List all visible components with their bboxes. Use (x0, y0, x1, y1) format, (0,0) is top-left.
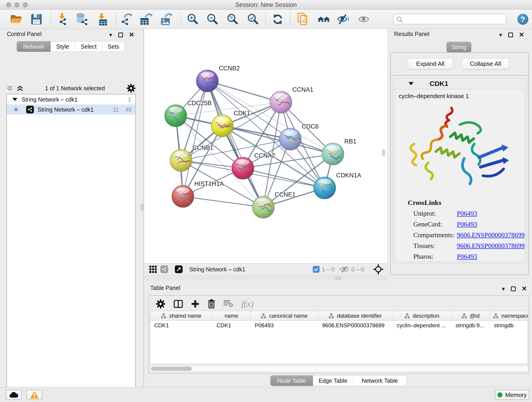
tab-node-table[interactable]: Node Table (270, 375, 313, 386)
import-network-file-button[interactable] (56, 12, 69, 26)
refresh-view-button[interactable] (271, 12, 285, 26)
table-cell[interactable]: 9606.ENSP00000378699 (318, 321, 393, 330)
tab-sets[interactable]: Sets (103, 41, 125, 52)
network-node-cdc25b[interactable] (165, 105, 187, 128)
detach-view-icon[interactable] (175, 265, 183, 273)
panel-float-icon[interactable] (118, 32, 123, 37)
tab-edge-table[interactable]: Edge Table (313, 375, 353, 386)
birds-eye-grid-icon[interactable] (149, 266, 157, 273)
table-row[interactable]: CDK1CDK1P064939606.ENSP00000378699cyclin… (150, 321, 528, 330)
right-splitter-handle[interactable] (382, 149, 385, 156)
help-button[interactable]: ? (517, 14, 528, 25)
table-options-gear-icon[interactable] (156, 299, 165, 309)
import-network-database-button[interactable] (75, 12, 89, 26)
table-cell[interactable]: stringdb (490, 321, 528, 330)
tab-string[interactable]: String (447, 42, 471, 52)
tab-network-table[interactable]: Network Table (353, 375, 406, 386)
network-tree: String Network – cdk1 1 String Network –… (6, 94, 136, 402)
panel-collapse-icon[interactable]: ▾ (109, 32, 112, 38)
network-node-hist1h1a[interactable] (172, 185, 195, 207)
network-canvas[interactable]: CCNB2CCNA1CDC25BCDK1CDC6RB1CCNB1CCNA2CDK… (144, 29, 387, 263)
table-cell[interactable]: cyclin–dependent ... (393, 321, 451, 330)
scrollbar-thumb[interactable] (151, 367, 192, 371)
collapse-all-icon[interactable] (6, 85, 13, 91)
tab-network[interactable]: Network (17, 41, 51, 52)
column-header-database-identifier[interactable]: database identifier (318, 311, 393, 320)
delete-table-icon[interactable] (224, 300, 233, 308)
network-options-gear-icon[interactable] (127, 84, 136, 93)
column-header--id[interactable]: @id (451, 311, 490, 320)
network-node-cdc6[interactable] (279, 128, 301, 150)
panel-close-icon[interactable]: ✕ (129, 32, 134, 38)
network-row[interactable]: String Network – cdk1 11 48 (7, 104, 135, 115)
panel-close-icon[interactable]: ✕ (519, 32, 524, 38)
panel-float-icon[interactable] (511, 287, 516, 291)
crosslink-link[interactable]: P06493 (457, 220, 477, 228)
zoom-fit-button[interactable] (226, 12, 239, 26)
protein-section-header[interactable]: CDK1 (393, 79, 527, 89)
show-all-button[interactable] (357, 12, 370, 26)
network-node-rb1[interactable] (322, 143, 344, 165)
network-node-ccna1[interactable] (270, 91, 292, 113)
collapse-all-button[interactable]: Collapse All (462, 58, 509, 69)
hide-selected-button[interactable] (337, 12, 351, 26)
section-expander-icon[interactable] (409, 82, 413, 85)
import-table-button[interactable] (95, 12, 109, 26)
column-header-name[interactable]: name (212, 311, 251, 320)
crosslink-link[interactable]: P06493 (457, 253, 477, 260)
network-node-cdk1[interactable] (211, 115, 233, 137)
memory-button[interactable]: Memory (495, 390, 529, 400)
home-networks-button[interactable] (317, 12, 331, 26)
new-network-from-selection-button[interactable] (296, 12, 310, 26)
table-cell[interactable]: stringdb:9... (451, 321, 490, 330)
tree-expander-icon[interactable] (12, 98, 17, 101)
crosslink-link[interactable]: 9606.ENSP00000378699 (457, 242, 525, 249)
warnings-button[interactable] (26, 390, 42, 400)
selected-checkbox-icon[interactable] (313, 266, 320, 273)
column-label: shared name (169, 313, 201, 319)
table-horizontal-scrollbar[interactable] (150, 366, 528, 372)
expand-all-icon[interactable] (17, 85, 23, 91)
table-cell[interactable]: P06493 (251, 321, 318, 330)
export-network-button[interactable] (120, 12, 133, 26)
zoom-out-button[interactable] (206, 12, 219, 26)
add-column-icon[interactable] (191, 300, 199, 308)
function-builder-icon[interactable]: f(x) (241, 299, 254, 309)
network-node-cdkn1a[interactable] (314, 177, 336, 199)
zoom-selected-button[interactable] (246, 12, 260, 26)
column-header-canonical-name[interactable]: canonical name (251, 311, 318, 320)
network-collection-row[interactable]: String Network – cdk1 1 (7, 95, 135, 104)
panel-float-icon[interactable] (508, 32, 513, 37)
left-splitter-handle[interactable] (140, 204, 143, 211)
network-node-ccnb1[interactable] (170, 149, 192, 172)
crosslink-link[interactable]: 9606.ENSP00000378699 (457, 231, 525, 239)
crosslink-link[interactable]: P06493 (457, 210, 477, 217)
tab-select[interactable]: Select (75, 41, 103, 52)
expand-all-button[interactable]: Expand All (408, 58, 453, 69)
panel-close-icon[interactable]: ✕ (522, 286, 527, 292)
column-header-namespace[interactable]: namespace (490, 311, 528, 320)
network-node-ccna2[interactable] (232, 157, 254, 179)
cloud-button[interactable] (6, 390, 22, 400)
export-table-button[interactable] (139, 12, 153, 26)
network-node-ccnb2[interactable] (196, 70, 218, 92)
export-image-button[interactable] (160, 12, 173, 26)
network-badge-icon[interactable] (160, 265, 168, 273)
column-header-description[interactable]: description (393, 311, 451, 320)
show-columns-icon[interactable] (174, 300, 183, 308)
panel-collapse-icon[interactable]: ▾ (502, 286, 505, 292)
panel-collapse-icon[interactable]: ▾ (499, 32, 502, 38)
save-session-button[interactable] (30, 12, 43, 26)
delete-column-trash-icon[interactable] (208, 299, 215, 308)
crosshair-icon[interactable] (373, 264, 384, 274)
zoom-in-button[interactable] (186, 12, 200, 26)
tab-style[interactable]: Style (51, 41, 75, 52)
bottom-splitter-handle[interactable] (335, 277, 341, 280)
network-node-ccne1[interactable] (252, 196, 274, 218)
search-input[interactable] (405, 15, 503, 23)
column-header-shared-name[interactable]: shared name (150, 311, 212, 320)
table-cell[interactable]: CDK1 (212, 321, 251, 330)
table-cell[interactable]: CDK1 (150, 321, 212, 330)
hidden-eye-icon[interactable] (340, 266, 349, 273)
open-session-button[interactable] (9, 12, 23, 26)
